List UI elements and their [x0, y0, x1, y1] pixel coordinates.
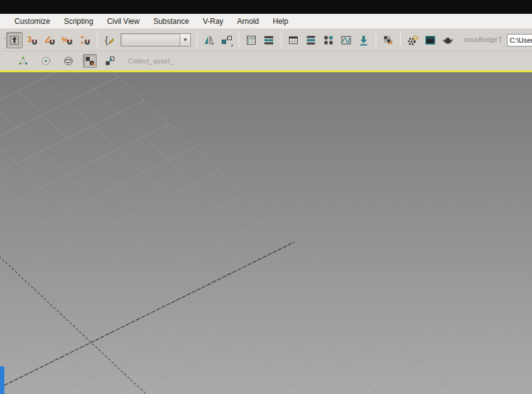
perspective-viewport[interactable] — [0, 72, 532, 394]
chevron-down-icon: ▼ — [183, 38, 188, 43]
schematic-view-button[interactable] — [320, 32, 337, 48]
menu-civil-view[interactable]: Civil View — [100, 15, 146, 28]
collect-asset-button[interactable]: Collect_asset_ — [128, 57, 173, 65]
dropdown-arrow-button[interactable]: ▼ — [180, 34, 190, 46]
angle-snap-toggle-button[interactable] — [41, 32, 58, 48]
3d-snap-toggle-button[interactable]: 3 — [24, 32, 40, 48]
toolbar-separator — [376, 33, 376, 47]
3d-snap-icon: 3 — [26, 34, 38, 47]
rendered-frame-window-button[interactable] — [422, 32, 438, 48]
background-window-edge — [0, 366, 4, 394]
toggle-ribbon-button[interactable] — [285, 32, 301, 48]
toggle-scene-explorer-button[interactable] — [243, 32, 259, 48]
points-triangle-icon — [17, 55, 30, 67]
spinner-snap-toggle-button[interactable] — [77, 32, 93, 48]
svg-text:3: 3 — [28, 35, 32, 43]
toolbar-separator — [400, 33, 401, 47]
secondary-toolbar: Collect_asset_ — [0, 52, 532, 70]
mirror-icon — [203, 34, 215, 47]
toolbar-separator — [97, 33, 97, 47]
menu-arnold[interactable]: Arnold — [231, 15, 266, 28]
menu-scripting[interactable]: Scripting — [57, 15, 100, 28]
mirror-button[interactable] — [201, 32, 217, 48]
select-object-icon — [8, 34, 21, 47]
toolbar-separator — [281, 33, 281, 47]
menu-customize[interactable]: Customize — [8, 15, 57, 28]
download-arrow-icon — [357, 34, 370, 47]
render-frame-icon — [424, 34, 437, 47]
render-production-button[interactable] — [440, 32, 456, 48]
curve-editor-button[interactable] — [303, 32, 319, 48]
checker-arrow-icon — [382, 34, 394, 47]
render-setup-gear-button[interactable] — [404, 32, 421, 48]
curve-editor-icon — [305, 34, 317, 47]
menu-bar: Customize Scripting Civil View Substance… — [0, 14, 532, 29]
menu-substance[interactable]: Substance — [146, 15, 196, 28]
named-selection-sets-dropdown[interactable]: ▼ — [121, 33, 191, 47]
project-path-field[interactable] — [507, 34, 532, 47]
svg-text:{: { — [105, 35, 108, 45]
dashed-circle-icon — [40, 55, 52, 67]
layer-explorer-icon — [263, 34, 275, 47]
edit-named-selection-sets-button[interactable]: { — [101, 32, 117, 48]
instance-boxes-button[interactable] — [103, 54, 117, 68]
menu-help[interactable]: Help — [266, 15, 295, 28]
align-button[interactable] — [219, 32, 235, 48]
main-toolbar: 3 % — [0, 29, 532, 52]
percent-snap-icon: % — [61, 34, 73, 47]
gear-icon — [406, 34, 419, 47]
dashed-circle-button[interactable] — [39, 54, 53, 68]
toolbar-separator — [197, 33, 197, 47]
render-setup-button[interactable] — [356, 32, 372, 48]
partial-icon — [1, 32, 5, 45]
titlebar-strip — [0, 0, 532, 14]
material-editor-icon — [340, 34, 352, 47]
menu-vray[interactable]: V-Ray — [196, 15, 231, 28]
svg-text:%: % — [62, 35, 68, 43]
clipped-icon — [1, 53, 5, 69]
percent-snap-toggle-button[interactable]: % — [59, 32, 75, 48]
spinner-snap-icon — [79, 34, 91, 47]
dotted-sphere-icon — [62, 55, 75, 67]
named-sets-icon: { — [103, 34, 116, 47]
scene-explorer-icon — [245, 34, 258, 47]
ribbon-icon — [287, 34, 300, 47]
texture-checker-icon — [84, 55, 96, 67]
toggle-layer-explorer-button[interactable] — [261, 32, 277, 48]
dotted-sphere-button[interactable] — [62, 54, 75, 68]
texture-checker-button[interactable] — [83, 54, 97, 68]
slate-material-editor-button[interactable] — [380, 32, 396, 48]
toolbar-separator — [239, 33, 239, 47]
select-object-button[interactable] — [6, 32, 23, 48]
schematic-view-icon — [322, 34, 335, 47]
3ds-max-window: Customize Scripting Civil View Substance… — [0, 0, 532, 394]
instance-boxes-icon — [104, 55, 116, 67]
bridge-script-label: omuvBridge'T — [464, 36, 502, 43]
points-triangle-button[interactable] — [16, 54, 30, 68]
teapot-icon — [442, 34, 454, 47]
align-icon — [220, 34, 233, 47]
angle-snap-icon — [43, 34, 56, 47]
home-grid — [0, 72, 532, 394]
partial-icon — [1, 53, 5, 65]
clipped-icon — [1, 32, 5, 48]
material-editor-button[interactable] — [338, 32, 354, 48]
